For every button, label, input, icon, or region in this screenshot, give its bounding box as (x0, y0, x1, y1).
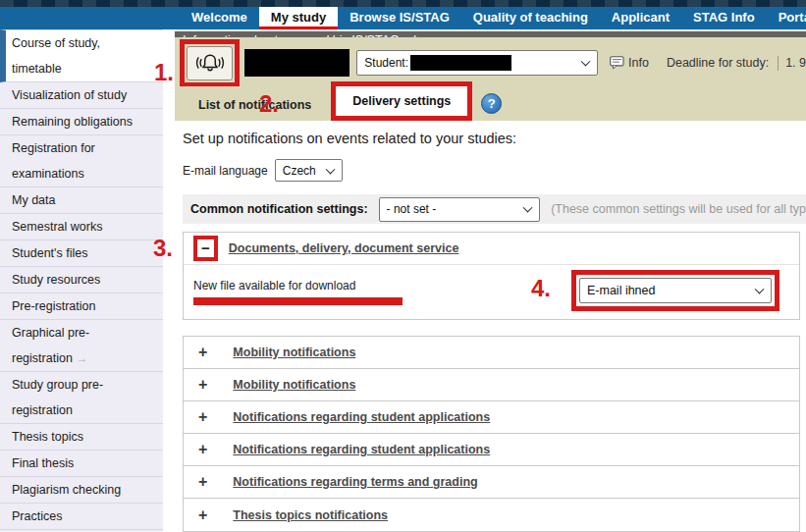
student-role-select[interactable]: Student: (356, 50, 598, 76)
sidebar-item-course-of-study[interactable]: Course of study, timetable (0, 29, 163, 82)
top-nav: Welcome My study Browse IS/STAG Quality … (0, 7, 806, 29)
bell-icon (194, 50, 226, 76)
sidebar-item-graphical-pre-registration[interactable]: Graphical pre-registration→ (0, 320, 163, 372)
sidebar-item-remaining-obligations[interactable]: Remaining obligations (0, 109, 163, 135)
list-item: + Notifications regarding student applic… (184, 434, 799, 466)
collapsed-sections-list: + Mobility notifications + Mobility noti… (183, 336, 800, 532)
deadline-label: Deadline for study: (667, 56, 769, 70)
nav-item-stag-info[interactable]: STAG Info (681, 7, 767, 29)
expand-button[interactable]: + (198, 506, 207, 524)
sidebar-item-semestral-works[interactable]: Semestral works (0, 214, 163, 240)
tab-list-of-notifications[interactable]: List of notifications (185, 89, 325, 121)
expand-button[interactable]: + (198, 473, 207, 491)
sidebar-item-thesis-topics[interactable]: Thesis topics (0, 424, 163, 451)
panel-intro-text: Set up notifications on events related t… (183, 131, 806, 146)
email-language-value: Czech (283, 164, 316, 178)
info-label: Info (628, 56, 649, 70)
expand-button[interactable]: + (198, 408, 207, 426)
nav-item-quality-of-teaching[interactable]: Quality of teaching (461, 7, 600, 29)
section-link-thesis-topics[interactable]: Thesis topics notifications (233, 508, 388, 522)
list-item: + Notifications regarding student applic… (184, 401, 799, 434)
student-select-label: Student: (364, 56, 408, 70)
section-header: − Documents, delivery, document service (184, 233, 799, 265)
divider (778, 56, 779, 71)
common-settings-note: (These common settings will be used for … (551, 202, 806, 216)
section-link-documents[interactable]: Documents, delivery, document service (229, 241, 459, 255)
email-language-row: E-mail language Czech (183, 159, 806, 182)
annotation-box-3: − (193, 236, 218, 261)
email-language-select[interactable]: Czech (275, 159, 343, 182)
setting-label-new-file: New file available for download (193, 279, 355, 293)
common-settings-value: - not set - (387, 202, 437, 216)
info-link[interactable]: Info (610, 56, 649, 70)
annotation-label-3: 3. (153, 235, 173, 262)
sidebar-item-final-thesis[interactable]: Final thesis (0, 451, 163, 477)
portal-page: Welcome My study Browse IS/STAG Quality … (0, 0, 806, 532)
sidebar-item-pre-registration[interactable]: Pre-registration (0, 293, 163, 320)
sidebar-item-plagiarism-checking[interactable]: Plagiarism checking (0, 477, 163, 504)
sidebar-item-study-resources[interactable]: Study resources (0, 267, 163, 293)
sidebar-item-visualization[interactable]: Visualization of study (0, 82, 163, 109)
sidebar-item-students-files[interactable]: Student's files (0, 240, 163, 267)
sidebar-item-my-data[interactable]: My data (0, 187, 163, 214)
annotation-underline (193, 297, 403, 305)
delivery-method-select[interactable]: E-mail ihned (579, 278, 772, 303)
external-link-icon: → (77, 351, 88, 365)
annotation-label-1: 1. (154, 59, 174, 86)
annotation-box-1 (180, 39, 240, 87)
deadline-value: 1. 9 (785, 56, 806, 70)
annotation-label-2: 2. (259, 90, 279, 118)
window-top-strip (0, 0, 806, 7)
delivery-method-value: E-mail ihned (587, 284, 655, 297)
delivery-settings-panel: Set up notifications on events related t… (175, 121, 806, 532)
help-icon[interactable]: ? (481, 93, 502, 114)
notification-setting-row: New file available for download E-mail i… (184, 265, 799, 319)
section-link-student-applications-1[interactable]: Notifications regarding student applicat… (233, 410, 490, 424)
user-controls-row: Student: Info Deadli (175, 37, 806, 86)
annotation-box-4: E-mail ihned (571, 270, 779, 311)
sidebar-item-registration-examinations[interactable]: Registration for examinations (0, 135, 163, 187)
chevron-down-icon (581, 57, 591, 67)
list-item: + Notifications regarding terms and grad… (184, 466, 799, 499)
chevron-down-icon (755, 285, 765, 294)
list-item: + Mobility notifications (184, 337, 799, 369)
expand-button[interactable]: + (198, 441, 207, 458)
section-link-student-applications-2[interactable]: Notifications regarding student applicat… (233, 443, 490, 456)
nav-item-portal-up[interactable]: Portal UP (767, 7, 806, 29)
expand-button[interactable]: + (198, 376, 207, 394)
section-link-mobility-1[interactable]: Mobility notifications (233, 346, 355, 359)
nav-item-my-study[interactable]: My study (259, 7, 338, 29)
list-item: + Mobility notifications (184, 369, 799, 401)
redacted-username (244, 49, 349, 77)
nav-item-applicant[interactable]: Applicant (600, 7, 681, 29)
redacted-student-id (410, 55, 511, 71)
nav-item-welcome[interactable]: Welcome (180, 7, 259, 29)
tab-delivery-settings[interactable]: Delivery settings (336, 86, 467, 116)
common-settings-select[interactable]: - not set - (379, 197, 541, 222)
nav-item-browse-isstag[interactable]: Browse IS/STAG (338, 7, 461, 29)
section-documents-delivery: − Documents, delivery, document service … (183, 232, 800, 320)
sidebar-item-study-group-pre-registration[interactable]: Study group pre-registration (0, 372, 163, 424)
annotation-label-4: 4. (531, 275, 551, 302)
common-settings-label: Common notification settings: (190, 202, 368, 216)
section-link-mobility-2[interactable]: Mobility notifications (233, 378, 355, 392)
section-link-terms-grading[interactable]: Notifications regarding terms and gradin… (233, 475, 477, 489)
sidebar: Course of study, timetable Visualization… (0, 29, 175, 532)
annotation-box-2: Delivery settings (331, 81, 472, 121)
expand-button[interactable]: + (198, 344, 207, 361)
common-settings-bar: Common notification settings: - not set … (183, 194, 806, 224)
speech-bubble-icon (610, 56, 624, 70)
sidebar-item-practices[interactable]: Practices (0, 504, 163, 530)
chevron-down-icon (523, 203, 533, 213)
deadline-for-study: Deadline for study: 1. 9 (667, 56, 806, 71)
email-language-label: E-mail language (183, 164, 268, 178)
notifications-bell-button[interactable] (187, 46, 233, 80)
list-item: + Thesis topics notifications (184, 499, 799, 531)
collapse-button[interactable]: − (201, 239, 210, 257)
chevron-down-icon (325, 164, 335, 174)
